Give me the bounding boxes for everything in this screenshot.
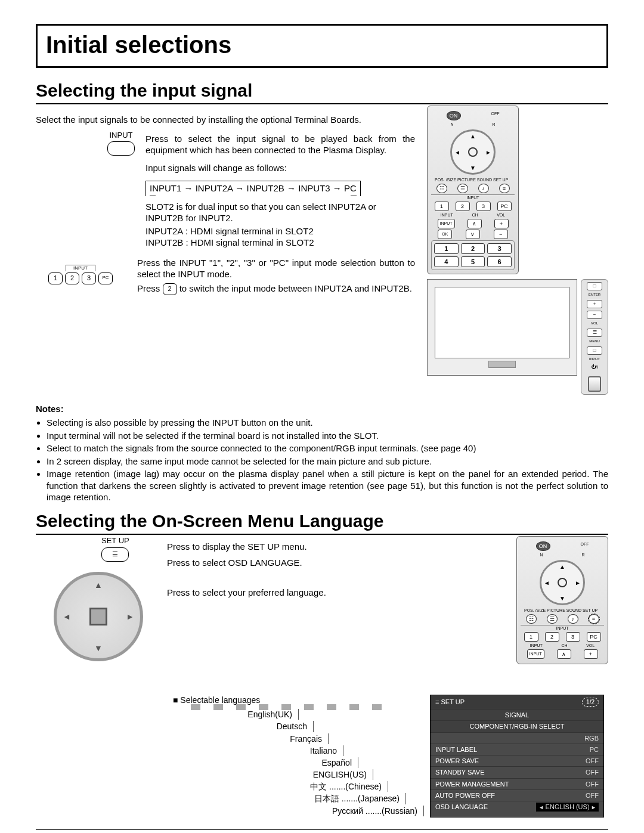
side-input: □ — [587, 346, 602, 355]
slot2-text2: INPUT2A : HDMI signal terminal in SLOT2 — [145, 225, 415, 237]
remote-dpad: ▲▼ ◄► — [450, 129, 496, 175]
lang-7: 中文 .......(Chinese) — [197, 781, 388, 792]
lang-bottom-row: Selectable languages English(UK) Deutsch… — [36, 695, 608, 817]
btns-text2: Press 2 to switch the input mode between… — [137, 283, 415, 295]
section1-heading: Selecting the input signal — [36, 79, 608, 104]
remote-off: OFF — [491, 111, 500, 120]
osd-title: SET UP — [435, 698, 465, 707]
lang-6: ENGLISH(US) — [197, 769, 373, 780]
slot2-text1: SLOT2 is for dual input so that you can … — [145, 201, 415, 224]
slot2-text3: INPUT2B : HDMI signal terminal in SLOT2 — [145, 237, 415, 249]
r-menu-3: ♪ — [478, 184, 489, 193]
input-keycap — [107, 141, 135, 156]
press-text: Press to select the input signal to be p… — [145, 133, 415, 156]
tv-figure — [427, 279, 577, 376]
r-menu-4: ≡ — [499, 184, 510, 193]
big-dpad: ▲▼ ◄► — [54, 572, 143, 661]
lang-3: Français — [197, 733, 329, 744]
key-3: 3 — [82, 272, 96, 284]
side-menu: ☰ — [587, 329, 602, 337]
remote-on: ON — [447, 111, 461, 120]
lang-dpad-figure: SET UP ▲▼ ◄► — [36, 536, 161, 691]
osd-comprgb: COMPONENT/RGB-IN SELECT — [431, 720, 603, 732]
key-2: 2 — [65, 272, 79, 284]
note-4: In 2 screen display, the same input mode… — [47, 456, 608, 467]
key-pc: PC — [98, 272, 113, 284]
notes-list: Selecting is also possible by pressing t… — [36, 417, 608, 503]
selectable-langs: Selectable languages English(UK) Deutsch… — [173, 695, 424, 817]
side-enter: □ — [587, 282, 602, 290]
lang-8: 日本語 .......(Japanese) — [197, 793, 406, 804]
note-1: Selecting is also possible by pressing t… — [47, 417, 608, 429]
osd-setup-menu: SET UP 1/2 SIGNAL COMPONENT/RGB-IN SELEC… — [430, 695, 604, 817]
osd-page: 1/2 — [582, 698, 599, 707]
setup-keycap — [101, 547, 129, 562]
notes-head: Notes: — [36, 403, 608, 415]
lang-5: Español — [197, 757, 358, 768]
page-title: Initial selections — [46, 29, 598, 60]
key-2-inline: 2 — [163, 283, 177, 295]
input-label: INPUT — [107, 131, 135, 141]
change-text: Input signals will change as follows: — [145, 162, 415, 174]
r-menu-1: ☷ — [436, 184, 447, 193]
remote-labels: POS. /SIZE PICTURE SOUND SET UP — [431, 177, 515, 182]
osd-rgb: RGB — [557, 734, 599, 742]
page-rule — [36, 829, 608, 830]
lang-9: Русский .......(Russian) — [197, 806, 424, 816]
section1-intro: Select the input signals to be connected… — [36, 114, 415, 126]
side-power — [588, 376, 601, 392]
tv-side-panel: □ ENTER + − VOL ☰ MENU □ INPUT ⏻/I — [581, 279, 608, 395]
step1: Press to display the SET UP menu. — [167, 541, 510, 553]
osd-signal: SIGNAL — [431, 709, 603, 720]
remote-numpad: 1 2 3 4 5 6 — [431, 240, 515, 270]
osd-lang-value: ENGLISH (US) — [536, 803, 599, 812]
remote-figure: ON OFF N R ▲▼ ◄► POS. /SIZE PICTURE SOUN… — [427, 106, 519, 274]
r-menu-2: ☰ — [457, 184, 468, 193]
note-3: Select to match the signals from the sou… — [47, 442, 608, 454]
btns-text1: Press the INPUT "1", "2", "3" or "PC" in… — [137, 257, 415, 280]
note-5: Image retention (image lag) may occur on… — [47, 468, 608, 503]
section2-heading: Selecting the On-Screen Menu Language — [36, 509, 608, 535]
input-btn-group-label: INPUT — [66, 265, 95, 271]
setup-btn-highlight: ≡ — [589, 614, 599, 624]
input-keycap-block: INPUT Press to select the input signal t… — [107, 131, 415, 249]
lang-4: Italiano — [197, 745, 343, 756]
note-2: Input terminal will not be selected if t… — [47, 430, 608, 442]
input-flow: INPUT1 → INPUT2A → INPUT2B → INPUT3 → PC — [145, 181, 361, 196]
remote-figure-2: ON OFF N R ▲▼ ◄► POS. /SIZE PICTURE SOUN… — [516, 536, 608, 691]
key-1: 1 — [48, 272, 63, 284]
lang-2: Deutsch — [197, 721, 314, 732]
lang-section: SET UP ▲▼ ◄► Press to display the SET UP… — [36, 536, 608, 691]
step2: Press to select OSD LANGUAGE. — [167, 557, 510, 569]
right-col: ON OFF N R ▲▼ ◄► POS. /SIZE PICTURE SOUN… — [427, 106, 608, 395]
input-btns-block: INPUT 1 2 3 PC Press the INPUT "1", "2",… — [36, 255, 415, 298]
section1-body: Select the input signals to be connected… — [36, 106, 608, 395]
title-box: Initial selections — [36, 24, 608, 68]
step3: Press to select your preferred language. — [167, 587, 510, 599]
